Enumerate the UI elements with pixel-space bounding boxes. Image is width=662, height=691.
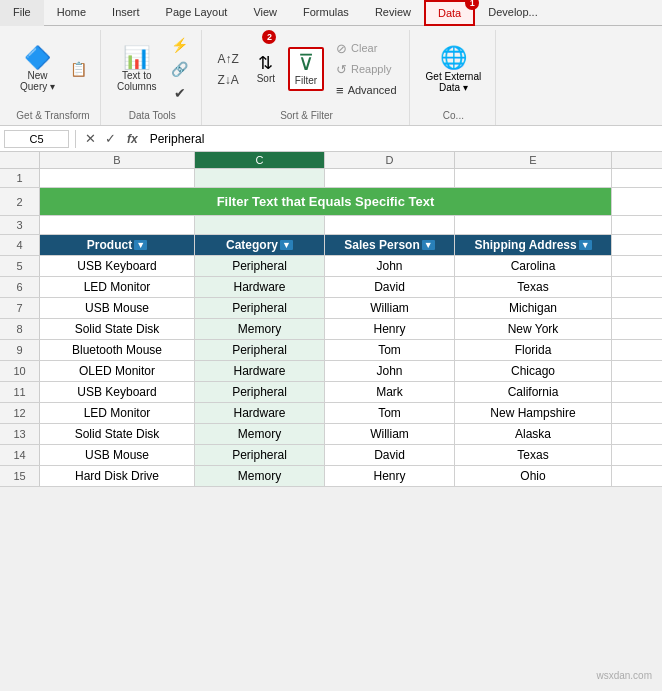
- cell-product-6[interactable]: LED Monitor: [40, 277, 195, 297]
- cell-e1[interactable]: [455, 169, 612, 187]
- clear-button[interactable]: ⊘ Clear: [332, 39, 401, 58]
- cell-category-5[interactable]: Peripheral: [195, 256, 325, 276]
- header-category[interactable]: Category ▼: [195, 235, 325, 255]
- text-to-columns-button[interactable]: 📊 Text toColumns: [111, 43, 162, 96]
- category-filter-dropdown[interactable]: ▼: [280, 240, 293, 250]
- cell-category-7[interactable]: Peripheral: [195, 298, 325, 318]
- cell-shipping-13[interactable]: Alaska: [455, 424, 612, 444]
- row-num-9: 9: [0, 340, 40, 360]
- remove-duplicates-button[interactable]: 🔗: [166, 58, 193, 80]
- cell-product-15[interactable]: Hard Disk Drive: [40, 466, 195, 486]
- cell-category-12[interactable]: Hardware: [195, 403, 325, 423]
- data-validation-button[interactable]: ✔: [166, 82, 193, 104]
- clear-label: Clear: [351, 42, 377, 54]
- new-query-button[interactable]: 🔷 NewQuery ▾: [14, 43, 61, 96]
- formula-cancel-button[interactable]: ✕: [82, 130, 99, 147]
- cell-b1[interactable]: [40, 169, 195, 187]
- cell-salesperson-11[interactable]: Mark: [325, 382, 455, 402]
- cell-salesperson-12[interactable]: Tom: [325, 403, 455, 423]
- formula-input[interactable]: [146, 130, 658, 148]
- cell-salesperson-7[interactable]: William: [325, 298, 455, 318]
- cell-category-15[interactable]: Memory: [195, 466, 325, 486]
- title-cell[interactable]: Filter Text that Equals Specific Text: [40, 188, 612, 215]
- cell-salesperson-10[interactable]: John: [325, 361, 455, 381]
- tab-data[interactable]: Data 1: [424, 0, 475, 26]
- cell-category-10[interactable]: Hardware: [195, 361, 325, 381]
- tab-home[interactable]: Home: [44, 0, 99, 26]
- advanced-button[interactable]: ≡ Advanced: [332, 81, 401, 100]
- flash-fill-button[interactable]: ⚡: [166, 34, 193, 56]
- cell-product-13[interactable]: Solid State Disk: [40, 424, 195, 444]
- cell-d3[interactable]: [325, 216, 455, 234]
- cell-shipping-7[interactable]: Michigan: [455, 298, 612, 318]
- cell-product-7[interactable]: USB Mouse: [40, 298, 195, 318]
- tab-insert[interactable]: Insert: [99, 0, 153, 26]
- sales-filter-dropdown[interactable]: ▼: [422, 240, 435, 250]
- header-shipping[interactable]: Shipping Address ▼: [455, 235, 612, 255]
- cell-category-11[interactable]: Peripheral: [195, 382, 325, 402]
- cell-category-6[interactable]: Hardware: [195, 277, 325, 297]
- sort-az-button[interactable]: A↑Z: [212, 49, 243, 69]
- header-product[interactable]: Product ▼: [40, 235, 195, 255]
- cell-category-8[interactable]: Memory: [195, 319, 325, 339]
- shipping-filter-dropdown[interactable]: ▼: [579, 240, 592, 250]
- cell-product-9[interactable]: Bluetooth Mouse: [40, 340, 195, 360]
- sort-za-button[interactable]: Z↓A: [212, 70, 243, 90]
- reapply-button[interactable]: ↺ Reapply: [332, 60, 401, 79]
- filter-button[interactable]: ⊽ Filter: [288, 47, 324, 91]
- cell-d1[interactable]: [325, 169, 455, 187]
- sort-za-icon: Z↓A: [217, 73, 238, 87]
- tab-view[interactable]: View: [240, 0, 290, 26]
- cell-shipping-11[interactable]: California: [455, 382, 612, 402]
- cell-salesperson-13[interactable]: William: [325, 424, 455, 444]
- cell-product-10[interactable]: OLED Monitor: [40, 361, 195, 381]
- cell-shipping-6[interactable]: Texas: [455, 277, 612, 297]
- cell-shipping-10[interactable]: Chicago: [455, 361, 612, 381]
- col-header-d[interactable]: D: [325, 152, 455, 168]
- cell-c3[interactable]: [195, 216, 325, 234]
- cell-salesperson-14[interactable]: David: [325, 445, 455, 465]
- col-header-b[interactable]: B: [40, 152, 195, 168]
- formula-confirm-button[interactable]: ✓: [102, 130, 119, 147]
- tab-develop[interactable]: Develop...: [475, 0, 551, 26]
- cell-c1[interactable]: [195, 169, 325, 187]
- show-queries-button[interactable]: 📋: [65, 58, 92, 80]
- cell-product-5[interactable]: USB Keyboard: [40, 256, 195, 276]
- col-header-c[interactable]: C: [195, 152, 325, 168]
- cell-shipping-8[interactable]: New York: [455, 319, 612, 339]
- cell-product-8[interactable]: Solid State Disk: [40, 319, 195, 339]
- cell-shipping-5[interactable]: Carolina: [455, 256, 612, 276]
- cell-salesperson-8[interactable]: Henry: [325, 319, 455, 339]
- formula-fx-label: fx: [123, 132, 142, 146]
- row-num-2: 2: [0, 188, 40, 215]
- cell-salesperson-5[interactable]: John: [325, 256, 455, 276]
- row-6: 6 LED Monitor Hardware David Texas: [0, 277, 662, 298]
- header-sales-person[interactable]: Sales Person ▼: [325, 235, 455, 255]
- cell-shipping-12[interactable]: New Hampshire: [455, 403, 612, 423]
- tab-file[interactable]: File: [0, 0, 44, 26]
- sort-button[interactable]: ⇅ Sort: [248, 50, 284, 88]
- cell-e3[interactable]: [455, 216, 612, 234]
- cell-product-14[interactable]: USB Mouse: [40, 445, 195, 465]
- tab-page-layout[interactable]: Page Layout: [153, 0, 241, 26]
- cell-salesperson-6[interactable]: David: [325, 277, 455, 297]
- cell-shipping-15[interactable]: Ohio: [455, 466, 612, 486]
- cell-category-13[interactable]: Memory: [195, 424, 325, 444]
- row-12: 12 LED Monitor Hardware Tom New Hampshir…: [0, 403, 662, 424]
- row-7: 7 USB Mouse Peripheral William Michigan: [0, 298, 662, 319]
- cell-product-12[interactable]: LED Monitor: [40, 403, 195, 423]
- col-header-e[interactable]: E: [455, 152, 612, 168]
- tab-review[interactable]: Review: [362, 0, 424, 26]
- cell-salesperson-9[interactable]: Tom: [325, 340, 455, 360]
- cell-shipping-9[interactable]: Florida: [455, 340, 612, 360]
- cell-shipping-14[interactable]: Texas: [455, 445, 612, 465]
- cell-reference[interactable]: [4, 130, 69, 148]
- tab-formulas[interactable]: Formulas: [290, 0, 362, 26]
- cell-salesperson-15[interactable]: Henry: [325, 466, 455, 486]
- cell-category-14[interactable]: Peripheral: [195, 445, 325, 465]
- cell-category-9[interactable]: Peripheral: [195, 340, 325, 360]
- cell-b3[interactable]: [40, 216, 195, 234]
- cell-product-11[interactable]: USB Keyboard: [40, 382, 195, 402]
- product-filter-dropdown[interactable]: ▼: [134, 240, 147, 250]
- get-external-data-button[interactable]: 🌐 Get ExternalData ▾: [420, 41, 488, 97]
